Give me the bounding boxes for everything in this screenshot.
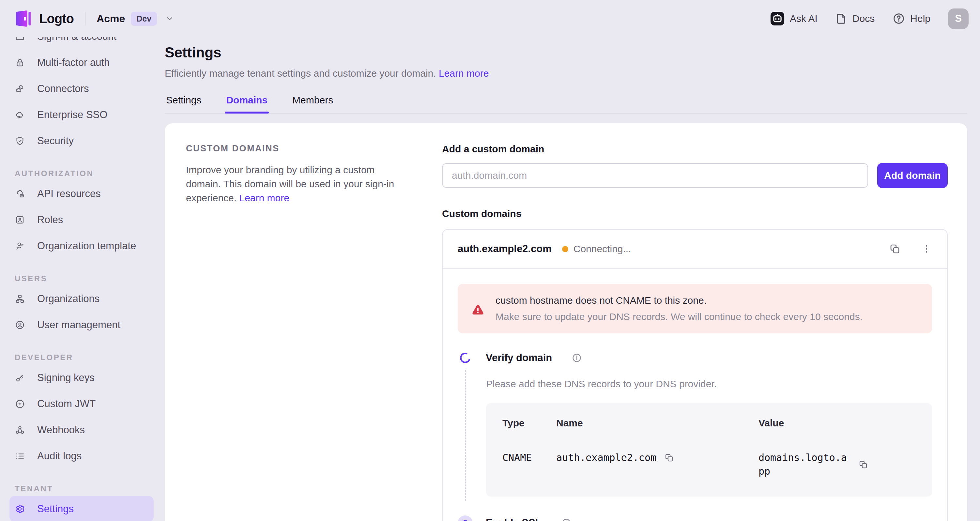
step-2-badge: 2 bbox=[458, 515, 473, 521]
webhook-icon bbox=[15, 425, 25, 435]
subtitle-learn-more-link[interactable]: Learn more bbox=[439, 68, 489, 79]
add-domain-button[interactable]: Add domain bbox=[877, 163, 948, 188]
tenant-selector[interactable]: Acme Dev bbox=[97, 12, 175, 26]
custom-domains-card: CUSTOM DOMAINS Improve your branding by … bbox=[165, 123, 967, 521]
alert-title: custom hostname does not CNAME to this z… bbox=[496, 295, 862, 306]
sidebar-item-webhooks[interactable]: Webhooks bbox=[10, 417, 154, 443]
lock-icon bbox=[15, 57, 25, 68]
sidebar-item-label: Signing keys bbox=[37, 372, 95, 384]
sidebar-item-sign-in-account[interactable]: Sign-in & account bbox=[10, 37, 154, 49]
browser-window-icon bbox=[15, 37, 25, 42]
ask-ai-button[interactable]: Ask AI bbox=[770, 11, 818, 26]
sidebar-item-label: Multi-factor auth bbox=[37, 57, 110, 69]
seal-plus-icon bbox=[15, 399, 25, 409]
list-icon bbox=[15, 451, 25, 461]
dns-cell-name: auth.example2.com bbox=[556, 451, 759, 465]
sidebar-item-label: Enterprise SSO bbox=[37, 109, 107, 121]
sidebar-section-tenant: TENANT bbox=[10, 481, 154, 496]
custom-domains-section-title: CUSTOM DOMAINS bbox=[186, 143, 399, 154]
status-text: Connecting... bbox=[574, 243, 631, 255]
sidebar-item-custom-jwt[interactable]: Custom JWT bbox=[10, 391, 154, 417]
sidebar-item-settings[interactable]: Settings bbox=[10, 496, 154, 521]
dns-header-type: Type bbox=[503, 417, 556, 429]
enable-ssl-title: Enable SSL bbox=[486, 517, 541, 521]
tab-settings[interactable]: Settings bbox=[165, 95, 203, 113]
tab-bar: Settings Domains Members bbox=[165, 95, 967, 113]
spinner-icon bbox=[458, 351, 473, 365]
clouds-icon bbox=[15, 83, 25, 94]
gear-icon bbox=[15, 504, 25, 514]
info-icon[interactable] bbox=[571, 353, 582, 363]
user-circle-icon bbox=[15, 320, 25, 330]
sidebar-item-enterprise-sso[interactable]: Enterprise SSO bbox=[10, 102, 154, 128]
page-title: Settings bbox=[165, 45, 967, 61]
topbar-divider bbox=[85, 12, 86, 25]
id-card-icon bbox=[15, 215, 25, 225]
ask-ai-label: Ask AI bbox=[790, 13, 818, 24]
sidebar-item-mfa[interactable]: Multi-factor auth bbox=[10, 49, 154, 76]
domain-input[interactable] bbox=[442, 163, 868, 188]
tenant-name: Acme bbox=[97, 13, 125, 25]
page-subtitle: Efficiently manage tenant settings and c… bbox=[165, 68, 967, 79]
logto-brand[interactable]: Logto bbox=[14, 9, 74, 28]
sidebar-item-organizations[interactable]: Organizations bbox=[10, 286, 154, 312]
info-icon[interactable] bbox=[561, 518, 571, 521]
add-domain-label: Add a custom domain bbox=[442, 143, 948, 155]
dns-value-value: domains.logto.app bbox=[759, 451, 851, 478]
sidebar: Sign-in & account Multi-factor auth Conn… bbox=[0, 37, 163, 521]
docs-button[interactable]: Docs bbox=[835, 13, 875, 25]
copy-name-button[interactable] bbox=[664, 453, 674, 463]
sidebar-section-users: USERS bbox=[10, 271, 154, 286]
topbar: Logto Acme Dev Ask AI bbox=[0, 0, 980, 37]
description-learn-more-link[interactable]: Learn more bbox=[239, 193, 289, 203]
copy-value-button[interactable] bbox=[858, 460, 868, 470]
dns-cell-value: domains.logto.app bbox=[759, 451, 916, 478]
main-content: Settings Efficiently manage tenant setti… bbox=[163, 37, 980, 521]
dns-header-value: Value bbox=[759, 417, 916, 429]
verify-domain-title: Verify domain bbox=[486, 352, 552, 364]
sidebar-item-label: Settings bbox=[37, 503, 74, 515]
chevron-down-icon bbox=[165, 14, 175, 24]
tab-members[interactable]: Members bbox=[291, 95, 334, 113]
brand-name: Logto bbox=[39, 11, 74, 26]
cloud-server-icon bbox=[15, 188, 25, 199]
sidebar-item-label: Webhooks bbox=[37, 424, 85, 436]
dns-hint: Please add these DNS records to your DNS… bbox=[486, 378, 932, 390]
copy-domain-button[interactable] bbox=[889, 243, 901, 255]
dns-error-alert: custom hostname does not CNAME to this z… bbox=[458, 284, 932, 333]
custom-domains-description: Improve your branding by utilizing a cus… bbox=[186, 163, 399, 205]
help-icon bbox=[892, 12, 905, 25]
sidebar-item-label: Connectors bbox=[37, 83, 89, 95]
status-dot bbox=[562, 246, 568, 252]
sidebar-item-connectors[interactable]: Connectors bbox=[10, 76, 154, 102]
dns-name-value: auth.example2.com bbox=[556, 451, 656, 465]
sidebar-item-label: Sign-in & account bbox=[37, 37, 116, 42]
tab-domains[interactable]: Domains bbox=[225, 95, 269, 113]
user-avatar[interactable]: S bbox=[948, 8, 969, 29]
sidebar-item-label: Organizations bbox=[37, 293, 100, 305]
logto-logo-icon bbox=[14, 9, 33, 28]
dns-cell-type: CNAME bbox=[503, 451, 556, 465]
org-chart-icon bbox=[15, 294, 25, 304]
sidebar-item-roles[interactable]: Roles bbox=[10, 207, 154, 233]
sidebar-section-authorization: AUTHORIZATION bbox=[10, 166, 154, 181]
sidebar-item-audit-logs[interactable]: Audit logs bbox=[10, 443, 154, 469]
sidebar-item-api-resources[interactable]: API resources bbox=[10, 181, 154, 207]
sidebar-item-signing-keys[interactable]: Signing keys bbox=[10, 365, 154, 391]
help-button[interactable]: Help bbox=[892, 12, 931, 25]
sidebar-item-user-management[interactable]: User management bbox=[10, 312, 154, 338]
sidebar-item-label: Roles bbox=[37, 214, 63, 226]
domain-menu-button[interactable] bbox=[921, 243, 932, 255]
tenant-env-badge: Dev bbox=[131, 12, 157, 26]
sidebar-item-organization-template[interactable]: Organization template bbox=[10, 233, 154, 259]
sidebar-item-label: Organization template bbox=[37, 240, 136, 252]
custom-domains-list-label: Custom domains bbox=[442, 208, 948, 219]
warning-triangle-icon bbox=[471, 303, 485, 322]
dns-header-name: Name bbox=[556, 417, 759, 429]
key-icon bbox=[15, 373, 25, 383]
custom-domains-description-text: Improve your branding by utilizing a cus… bbox=[186, 164, 394, 203]
help-label: Help bbox=[910, 13, 931, 24]
docs-icon bbox=[835, 13, 848, 25]
sidebar-item-security[interactable]: Security bbox=[10, 128, 154, 154]
person-check-icon bbox=[15, 241, 25, 251]
